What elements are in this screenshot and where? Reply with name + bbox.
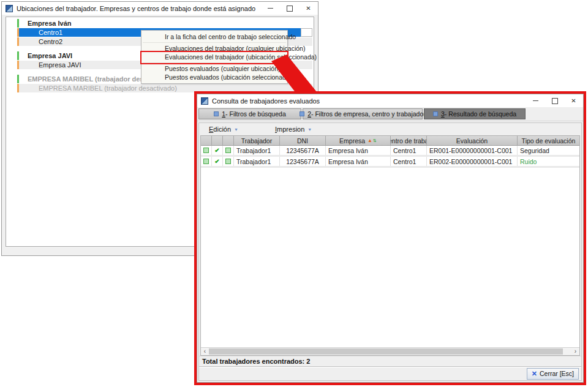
menu-impresion[interactable]: Impresion ▼ — [275, 126, 312, 133]
menu-label: mpresion — [277, 126, 304, 133]
minimize-icon — [533, 100, 538, 101]
grid-toolbar: Edición ▼ Impresion ▼ — [199, 123, 581, 135]
front-window-body: Consulta de trabajadores evaluados ✕ 1 -… — [197, 94, 584, 383]
table-row[interactable]: ✔ Trabajador1 12345677A Empresa Iván Cen… — [201, 157, 579, 168]
check-icon: ✔ — [214, 147, 219, 154]
scrollbar-thumb[interactable] — [209, 348, 563, 355]
sort-mini-icon: ⇅ — [373, 138, 377, 143]
cell-empresa: Empresa Iván — [326, 157, 391, 166]
maximize-icon — [287, 6, 293, 12]
group-label: Empresa Iván — [28, 19, 72, 28]
status-cell — [223, 157, 234, 166]
col-header-icon3[interactable] — [223, 136, 234, 145]
window-consulta-trabajadores: Consulta de trabajadores evaluados ✕ 1 -… — [194, 91, 586, 385]
back-window-title: Ubicaciones del trabajador. Empresas y c… — [17, 5, 261, 12]
status-square-icon — [225, 159, 231, 164]
tab-filtros-busqueda[interactable]: 1 - Filtros de búsqueda — [198, 108, 301, 119]
menu-label: dición — [213, 126, 231, 133]
check-cell: ✔ — [212, 146, 223, 155]
tab-square-icon — [433, 111, 438, 116]
col-header-icon2[interactable] — [212, 136, 223, 145]
item-label: Centro2 — [39, 38, 62, 45]
cell-trabajador: Trabajador1 — [234, 157, 280, 166]
tab-square-icon — [214, 111, 219, 116]
col-header-centro[interactable]: Centro de trabajo — [391, 136, 427, 145]
status-cell — [201, 146, 212, 155]
horizontal-scrollbar[interactable]: ‹ › — [201, 347, 579, 355]
menu-item-ir-ficha[interactable]: Ir a la ficha del centro de trabajo sele… — [141, 32, 287, 41]
cell-trabajador: Trabajador1 — [234, 146, 280, 155]
chevron-down-icon: ▼ — [234, 127, 238, 132]
menu-edicion[interactable]: Edición ▼ — [209, 126, 238, 133]
tab-filtros-empresa[interactable]: 2 - Filtros de empresa, centro y trabaja… — [303, 108, 423, 119]
col-header-icon1[interactable] — [201, 136, 212, 145]
minimize-button[interactable] — [526, 94, 545, 107]
status-square-icon — [203, 148, 209, 153]
grid-empty-area — [201, 168, 579, 347]
screen: Ubicaciones del trabajador. Empresas y c… — [0, 0, 588, 387]
status-cell — [201, 157, 212, 166]
tab-label: - Resultado de búsqueda — [445, 110, 516, 118]
scroll-right-icon[interactable]: › — [571, 348, 579, 355]
front-window-controls: ✕ — [526, 94, 583, 107]
tab-label: - Filtros de empresa, centro y trabajado… — [311, 110, 426, 118]
minimize-button[interactable] — [261, 2, 280, 15]
menu-item-puestos-cualquier[interactable]: Puestos evaluados (cualquier ubicación) — [141, 64, 287, 73]
back-titlebar: Ubicaciones del trabajador. Empresas y c… — [2, 2, 318, 15]
item-label: EMPRESA MARIBEL (trabajador desactivado) — [39, 85, 177, 92]
cell-empresa: Empresa Iván — [326, 146, 391, 155]
close-x-icon: ✕ — [532, 370, 537, 377]
cell-dni: 12345677A — [280, 157, 326, 166]
app-icon — [201, 97, 208, 105]
results-panel: Edición ▼ Impresion ▼ Trabajador DNI — [198, 122, 582, 381]
check-cell: ✔ — [212, 157, 223, 166]
cell-tipo: Ruido — [518, 157, 579, 166]
chevron-down-icon: ▼ — [307, 127, 312, 132]
maximize-button[interactable] — [545, 94, 564, 107]
group-bar-icon — [17, 19, 19, 28]
tab-square-icon — [300, 111, 304, 116]
front-titlebar: Consulta de trabajadores evaluados ✕ — [197, 94, 583, 107]
col-header-empresa[interactable]: Empresa ▲ ⇅ — [326, 136, 391, 145]
col-header-label: Empresa — [339, 137, 365, 145]
col-header-trabajador[interactable]: Trabajador — [234, 136, 280, 145]
cell-centro: Centro1 — [391, 146, 427, 155]
group-header-empresa-ivan[interactable]: Empresa Iván — [13, 19, 312, 28]
col-header-tipo[interactable]: Tipo de evaluación — [518, 136, 579, 145]
results-grid: Trabajador DNI Empresa ▲ ⇅ Centro de tra… — [200, 135, 580, 356]
grid-header-row: Trabajador DNI Empresa ▲ ⇅ Centro de tra… — [201, 136, 579, 146]
tab-label: - Filtros de búsqueda — [225, 110, 286, 118]
tab-bar: 1 - Filtros de búsqueda 2 - Filtros de e… — [197, 107, 583, 121]
tab-resultado-busqueda[interactable]: 3 - Resultado de búsqueda — [424, 108, 526, 119]
cerrar-button-label: Cerrar [Esc] — [540, 370, 574, 377]
check-icon: ✔ — [214, 158, 219, 165]
front-window-title: Consulta de trabajadores evaluados — [212, 97, 526, 105]
highlight-box — [140, 51, 288, 64]
item-label: Empresa JAVI — [39, 61, 81, 69]
close-button[interactable]: ✕ — [564, 94, 583, 107]
col-header-dni[interactable]: DNI — [280, 136, 326, 145]
cerrar-button[interactable]: ✕ Cerrar [Esc] — [527, 368, 579, 380]
bottom-button-bar: ✕ Cerrar [Esc] — [199, 366, 581, 380]
status-cell — [223, 146, 234, 155]
menu-item-puestos-seleccionada[interactable]: Puestos evaluados (ubicación seleccionad… — [141, 73, 287, 81]
group-bar-icon — [17, 51, 19, 60]
cell-centro: Centro1 — [391, 157, 427, 166]
row-end-cell — [301, 28, 312, 37]
total-status-bar: Total trabajadores encontrados: 2 — [199, 356, 581, 366]
cell-evaluacion: ER002-E00000000001-C001 — [427, 157, 518, 166]
close-button[interactable]: ✕ — [299, 2, 318, 15]
minimize-icon — [268, 8, 273, 9]
sort-ascending-icon: ▲ — [368, 138, 372, 143]
table-row[interactable]: ✔ Trabajador1 12345677A Empresa Iván Cen… — [201, 146, 579, 157]
maximize-icon — [552, 98, 558, 104]
scroll-left-icon[interactable]: ‹ — [201, 348, 209, 355]
status-square-icon — [203, 159, 209, 164]
col-header-evaluacion[interactable]: Evaluación — [427, 136, 518, 145]
menu-separator — [141, 41, 287, 44]
total-label: Total trabajadores encontrados: 2 — [202, 358, 310, 365]
maximize-button[interactable] — [280, 2, 299, 15]
group-label: Empresa JAVI — [28, 51, 72, 60]
cell-tipo: Seguridad — [518, 146, 579, 155]
back-window-controls: ✕ — [261, 2, 318, 15]
